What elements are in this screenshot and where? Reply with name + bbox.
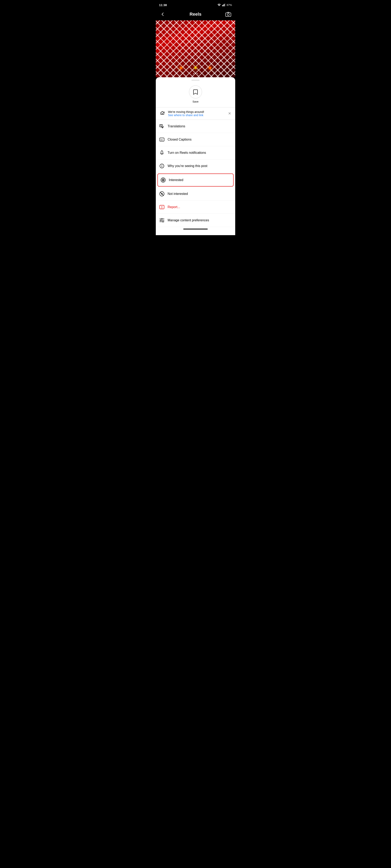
banner-text: We're moving things around! See where to… <box>168 110 225 117</box>
svg-rect-8 <box>160 124 163 127</box>
dot-2 <box>195 73 196 74</box>
menu-item-report[interactable]: Report... <box>156 200 235 214</box>
light-3 <box>209 67 211 69</box>
svg-point-5 <box>227 13 229 16</box>
menu-item-not-interested[interactable]: Not interested <box>156 187 235 200</box>
not-interested-label: Not interested <box>168 192 188 196</box>
sheet-handle <box>191 80 200 81</box>
svg-rect-1 <box>223 4 224 6</box>
save-label: Save <box>192 100 199 103</box>
svg-point-17 <box>163 179 164 181</box>
banner-close-button[interactable]: ✕ <box>227 111 232 116</box>
bell-icon <box>159 150 165 156</box>
sheet-handle-area <box>156 77 235 82</box>
cc-icon: CC <box>159 137 165 143</box>
translations-icon <box>159 123 165 129</box>
hero-lights <box>156 67 235 69</box>
back-button[interactable] <box>159 10 166 18</box>
banner-title: We're moving things around! <box>168 110 225 114</box>
dot-3 <box>197 73 198 74</box>
wifi-icon <box>217 3 221 6</box>
interested-icon <box>160 177 166 183</box>
status-bar: 11:38 87% <box>156 0 235 9</box>
svg-rect-0 <box>222 5 223 6</box>
notifications-label: Turn on Reels notifications <box>168 151 206 155</box>
banner-link[interactable]: See where to share and link <box>168 114 225 117</box>
home-indicator <box>156 227 235 230</box>
menu-item-translations[interactable]: Translations <box>156 120 235 133</box>
why-seeing-label: Why you're seeing this post <box>168 164 207 168</box>
info-icon <box>159 163 165 169</box>
save-button[interactable] <box>189 86 202 98</box>
home-bar <box>183 229 208 229</box>
manage-preferences-label: Manage content preferences <box>168 218 209 222</box>
battery-icon: 87% <box>227 3 232 6</box>
bottom-sheet: Save We're moving things around! See whe… <box>156 77 235 235</box>
hero-image <box>156 20 235 77</box>
svg-point-23 <box>162 208 162 209</box>
closed-captions-label: Closed Captions <box>168 138 191 142</box>
camera-button[interactable] <box>225 10 232 18</box>
menu-item-manage-preferences[interactable]: Manage content preferences <box>156 214 235 227</box>
report-icon <box>159 204 165 210</box>
svg-rect-2 <box>224 4 225 6</box>
svg-point-13 <box>162 165 162 165</box>
svg-rect-4 <box>226 13 231 17</box>
menu-item-notifications[interactable]: Turn on Reels notifications <box>156 146 235 159</box>
banner-icon <box>159 110 166 117</box>
svg-line-19 <box>160 192 164 195</box>
interested-label: Interested <box>169 178 183 182</box>
report-label: Report... <box>168 205 180 209</box>
top-nav: Reels <box>156 9 235 20</box>
notification-banner: We're moving things around! See where to… <box>156 107 235 120</box>
page-title: Reels <box>190 11 202 17</box>
menu-item-why-seeing[interactable]: Why you're seeing this post <box>156 159 235 173</box>
status-time: 11:38 <box>159 3 167 7</box>
signal-icon <box>222 3 225 6</box>
svg-rect-3 <box>225 3 225 6</box>
not-interested-icon <box>159 191 165 197</box>
preferences-icon <box>159 217 165 223</box>
svg-text:CC: CC <box>161 139 163 141</box>
status-icons: 87% <box>217 3 232 6</box>
dot-1 <box>193 73 194 74</box>
light-2 <box>194 67 197 69</box>
translations-label: Translations <box>168 124 185 128</box>
hero-dots <box>193 73 198 74</box>
menu-item-interested[interactable]: Interested <box>158 174 233 187</box>
menu-item-closed-captions[interactable]: CC Closed Captions <box>156 133 235 146</box>
save-section: Save <box>156 82 235 107</box>
light-1 <box>180 67 182 69</box>
